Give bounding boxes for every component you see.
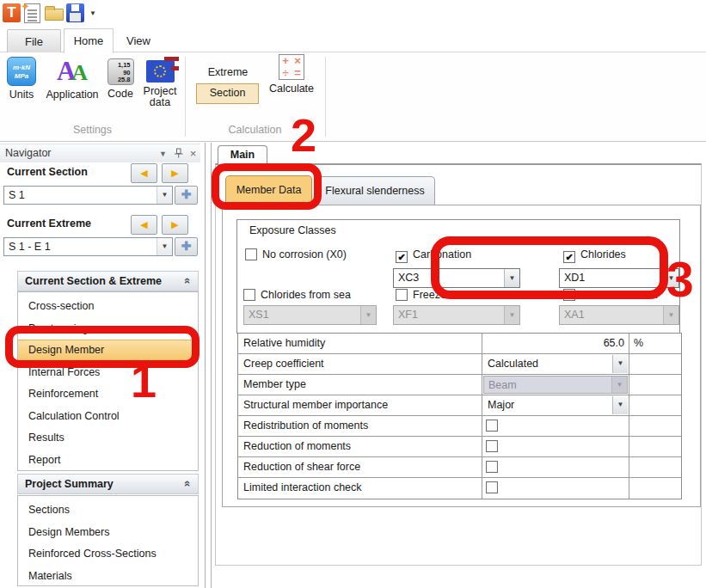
units-button[interactable]: m·kN MPa Units xyxy=(2,57,41,101)
calculation-group-label: Calculation xyxy=(185,124,325,136)
property-value-cell: Calculated▼ xyxy=(482,354,629,374)
nav-item-prestressing[interactable]: Prestressing xyxy=(18,318,198,340)
app-logo-icon[interactable]: T xyxy=(3,3,21,22)
current-section-value: S 1 xyxy=(9,189,25,201)
new-file-icon[interactable]: ✦ xyxy=(24,3,40,23)
application-icon: AA xyxy=(43,57,101,86)
checkbox-chemical-attack[interactable] xyxy=(563,289,575,301)
chevron-down-icon: ▼ xyxy=(360,306,376,324)
collapse-icon[interactable]: « xyxy=(182,278,193,284)
property-value-cell xyxy=(482,457,629,477)
nav-item-internal-forces[interactable]: Internal Forces xyxy=(18,362,198,384)
current-extreme-combobox[interactable]: S 1 - E 1 ▼ xyxy=(3,237,173,256)
navigator-header: Navigator ▼ × xyxy=(0,144,200,162)
checkbox-redistribution-of-moments[interactable] xyxy=(486,420,498,432)
flag-stripe-icon xyxy=(171,66,179,70)
exposure-classes-title: Exposure Classes xyxy=(247,224,339,236)
property-unit xyxy=(629,478,681,499)
add-extreme-button[interactable]: ✚ xyxy=(175,237,198,256)
chevron-down-icon[interactable]: ▼ xyxy=(663,269,678,287)
checkbox-chlorides-from-sea[interactable] xyxy=(243,289,255,301)
exposure-dropdown-xa1: XA1▼ xyxy=(559,305,679,325)
panel-splitter[interactable] xyxy=(205,143,206,588)
chevron-down-icon[interactable]: ▼ xyxy=(157,187,172,204)
chevron-down-icon: ▼ xyxy=(611,377,627,393)
nav-item-design-members[interactable]: Design Members xyxy=(18,522,198,544)
nav-item-cross-section[interactable]: Cross-section xyxy=(18,296,198,318)
nav-item-materials[interactable]: Materials xyxy=(18,566,198,588)
nav-item-calculation-control[interactable]: Calculation Control xyxy=(18,406,198,428)
units-icon: m·kN MPa xyxy=(7,57,36,86)
nav-group-project-summary[interactable]: Project Summary « xyxy=(17,474,199,494)
qat-dropdown-icon[interactable]: ▼ xyxy=(89,9,96,17)
project-data-button[interactable]: Project data xyxy=(136,57,184,108)
value-relative-humidity[interactable]: 65.0 xyxy=(604,337,624,349)
tab-home[interactable]: Home xyxy=(64,28,114,53)
property-row-creep-coefficient: Creep coefficientCalculated▼ xyxy=(238,354,681,375)
exposure-dropdown-xc3[interactable]: XC3▼ xyxy=(393,268,520,288)
property-label: Limited interaction check xyxy=(238,478,482,499)
nav-item-reinforcement[interactable]: Reinforcement xyxy=(18,383,198,406)
checkbox-chlorides[interactable]: ✔ xyxy=(563,251,575,263)
checkbox-carbonation[interactable]: ✔ xyxy=(396,251,408,263)
calculate-label: Calculate xyxy=(265,83,318,95)
nav-item-sections[interactable]: Sections xyxy=(18,499,198,522)
nav-item-report[interactable]: Report xyxy=(18,450,198,472)
chevron-down-icon: ▼ xyxy=(504,306,519,324)
left-arrow-icon: ◀ xyxy=(140,219,147,230)
tab-file[interactable]: File xyxy=(7,29,61,52)
prev-section-button[interactable]: ◀ xyxy=(131,163,157,183)
exposure-option-chlorides: ✔Chlorides xyxy=(563,248,626,263)
checkbox-no-corrosion-x0-[interactable] xyxy=(245,248,257,260)
chevron-down-icon[interactable]: ▼ xyxy=(157,238,172,255)
checkbox-limited-interaction-check[interactable] xyxy=(486,481,498,493)
panel-splitter[interactable] xyxy=(211,143,212,588)
property-unit xyxy=(629,457,681,477)
tab-view[interactable]: View xyxy=(116,29,161,52)
tab-main[interactable]: Main xyxy=(218,145,267,164)
collapse-icon[interactable]: « xyxy=(182,481,193,487)
open-folder-icon[interactable] xyxy=(45,9,64,21)
current-section-combobox[interactable]: S 1 ▼ xyxy=(3,186,173,205)
tab-member-data[interactable]: Member Data xyxy=(225,175,312,205)
checkbox-reduction-of-moments[interactable] xyxy=(486,440,498,452)
nav-group-current-section-extreme[interactable]: Current Section & Extreme « xyxy=(17,271,199,291)
chevron-down-icon[interactable]: ▼ xyxy=(612,396,628,414)
property-label: Relative humidity xyxy=(238,334,482,353)
application-settings-button[interactable]: AA Application xyxy=(43,57,101,101)
property-label: Creep coefficient xyxy=(238,354,482,374)
chevron-down-icon[interactable]: ▼ xyxy=(612,355,628,373)
code-button[interactable]: 1,15 90 25.8 Code xyxy=(101,57,139,100)
dropdown-structural-member-importance[interactable]: Major▼ xyxy=(483,396,628,414)
section-button[interactable]: Section xyxy=(196,83,259,104)
navigator-title: Navigator xyxy=(5,147,52,159)
property-value-cell[interactable]: 65.0 xyxy=(482,334,629,353)
chevron-down-icon[interactable]: ▼ xyxy=(504,269,519,287)
property-label: Member type xyxy=(238,375,482,395)
property-row-reduction-of-moments: Reduction of moments xyxy=(238,437,681,457)
extreme-button[interactable]: Extreme xyxy=(197,64,259,81)
close-icon[interactable]: × xyxy=(187,148,200,161)
current-section-label: Current Section xyxy=(7,166,88,178)
tab-flexural-slenderness[interactable]: Flexural slenderness xyxy=(315,176,435,205)
next-extreme-button[interactable]: ▶ xyxy=(162,215,188,235)
checkbox-freeze-thaw-attack[interactable] xyxy=(396,289,408,301)
exposure-option-carbonation: ✔Carbonation xyxy=(396,248,471,263)
new-spark-icon: ✦ xyxy=(21,0,30,13)
panel-menu-icon[interactable]: ▼ xyxy=(157,148,169,161)
prev-extreme-button[interactable]: ◀ xyxy=(131,215,157,235)
nav-item-design-member[interactable]: Design Member xyxy=(18,340,198,362)
property-value-cell xyxy=(482,478,629,499)
nav-item-results[interactable]: Results xyxy=(18,427,198,450)
dropdown-creep-coefficient[interactable]: Calculated▼ xyxy=(483,355,628,373)
nav-item-reinforced-cross-sections[interactable]: Reinforced Cross-Sections xyxy=(18,543,198,566)
save-icon[interactable] xyxy=(66,3,84,22)
exposure-dropdown-xd1[interactable]: XD1▼ xyxy=(559,268,679,288)
next-section-button[interactable]: ▶ xyxy=(162,163,188,183)
checkbox-reduction-of-shear-force[interactable] xyxy=(486,461,498,473)
right-arrow-icon: ▶ xyxy=(171,219,178,230)
calculate-button[interactable]: +×÷= Calculate xyxy=(265,54,318,95)
pin-icon[interactable] xyxy=(172,148,185,161)
property-value-cell: Beam▼ xyxy=(482,375,629,395)
add-section-button[interactable]: ✚ xyxy=(175,186,198,205)
